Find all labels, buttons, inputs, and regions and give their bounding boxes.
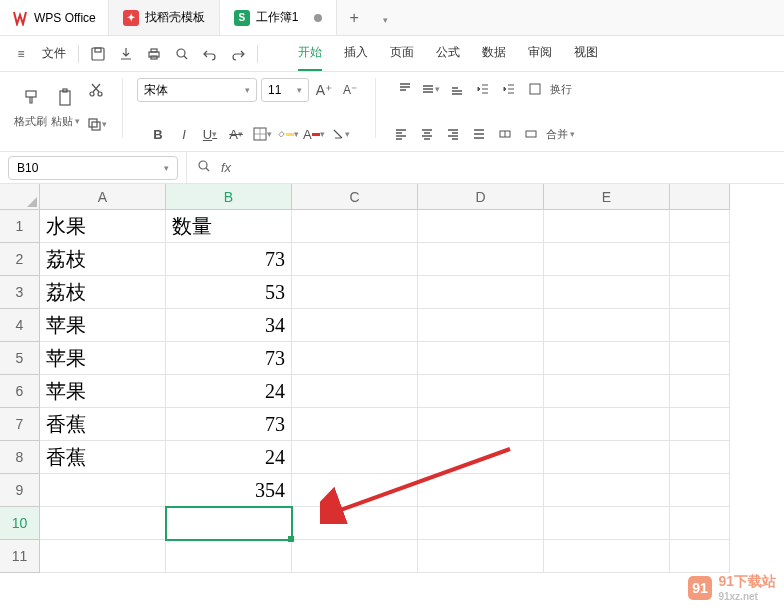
clear-format-button[interactable]: ▾	[329, 123, 351, 145]
cell-F3[interactable]	[670, 276, 730, 309]
distribute-icon[interactable]	[468, 123, 490, 145]
cell-F10[interactable]	[670, 507, 730, 540]
cell-D9[interactable]	[418, 474, 544, 507]
cell-F2[interactable]	[670, 243, 730, 276]
cell-B2[interactable]: 73	[166, 243, 292, 276]
paste-icon[interactable]	[54, 86, 78, 110]
cell-A2[interactable]: 荔枝	[40, 243, 166, 276]
cell-C2[interactable]	[292, 243, 418, 276]
cell-A3[interactable]: 荔枝	[40, 276, 166, 309]
row-header-4[interactable]: 4	[0, 309, 40, 342]
fx-label[interactable]: fx	[221, 160, 231, 175]
align-middle-icon[interactable]: ▾	[420, 78, 442, 100]
tab-home[interactable]: 开始	[298, 36, 322, 71]
cell-E6[interactable]	[544, 375, 670, 408]
cell-C8[interactable]	[292, 441, 418, 474]
cell-E10[interactable]	[544, 507, 670, 540]
align-top-icon[interactable]	[394, 78, 416, 100]
cell-A9[interactable]	[40, 474, 166, 507]
row-header-11[interactable]: 11	[0, 540, 40, 573]
increase-font-icon[interactable]: A⁺	[313, 79, 335, 101]
cell-E8[interactable]	[544, 441, 670, 474]
cell-E2[interactable]	[544, 243, 670, 276]
fill-color-button[interactable]: ▾	[277, 123, 299, 145]
cell-C4[interactable]	[292, 309, 418, 342]
row-header-8[interactable]: 8	[0, 441, 40, 474]
print-preview-icon[interactable]	[169, 41, 195, 67]
cell-F1[interactable]	[670, 210, 730, 243]
col-header-B[interactable]: B	[166, 184, 292, 210]
row-header-2[interactable]: 2	[0, 243, 40, 276]
hamburger-icon[interactable]: ≡	[8, 41, 34, 67]
cell-E11[interactable]	[544, 540, 670, 573]
cell-D7[interactable]	[418, 408, 544, 441]
format-painter-icon[interactable]	[19, 86, 43, 110]
row-header-5[interactable]: 5	[0, 342, 40, 375]
print-icon[interactable]	[141, 41, 167, 67]
merge-cells-button[interactable]	[520, 123, 542, 145]
cell-A7[interactable]: 香蕉	[40, 408, 166, 441]
cell-E3[interactable]	[544, 276, 670, 309]
new-tab-button[interactable]: +	[337, 9, 370, 27]
cell-B1[interactable]: 数量	[166, 210, 292, 243]
tab-modified-dot[interactable]	[314, 14, 322, 22]
cut-icon[interactable]	[84, 78, 108, 102]
col-header-A[interactable]: A	[40, 184, 166, 210]
cell-F6[interactable]	[670, 375, 730, 408]
cell-D11[interactable]	[418, 540, 544, 573]
copy-icon[interactable]: ▾	[84, 112, 108, 136]
paste-label[interactable]: 粘贴▾	[51, 114, 80, 129]
cell-A4[interactable]: 苹果	[40, 309, 166, 342]
cell-F7[interactable]	[670, 408, 730, 441]
cell-C3[interactable]	[292, 276, 418, 309]
col-header-C[interactable]: C	[292, 184, 418, 210]
cell-D1[interactable]	[418, 210, 544, 243]
chevron-down-icon[interactable]: ▾	[164, 163, 169, 173]
cell-F11[interactable]	[670, 540, 730, 573]
underline-button[interactable]: U▾	[199, 123, 221, 145]
name-box[interactable]: B10 ▾	[8, 156, 178, 180]
tab-insert[interactable]: 插入	[344, 36, 368, 71]
export-icon[interactable]	[113, 41, 139, 67]
cell-C10[interactable]	[292, 507, 418, 540]
row-header-3[interactable]: 3	[0, 276, 40, 309]
row-header-9[interactable]: 9	[0, 474, 40, 507]
tab-data[interactable]: 数据	[482, 36, 506, 71]
cell-C7[interactable]	[292, 408, 418, 441]
increase-indent-icon[interactable]	[498, 78, 520, 100]
expand-fx-icon[interactable]	[197, 159, 211, 176]
cell-E7[interactable]	[544, 408, 670, 441]
cell-D10[interactable]	[418, 507, 544, 540]
wrap-label[interactable]: 换行	[550, 82, 572, 97]
align-bottom-icon[interactable]	[446, 78, 468, 100]
cell-B6[interactable]: 24	[166, 375, 292, 408]
row-header-1[interactable]: 1	[0, 210, 40, 243]
font-size-select[interactable]: 11▾	[261, 78, 309, 102]
cell-A5[interactable]: 苹果	[40, 342, 166, 375]
cell-D3[interactable]	[418, 276, 544, 309]
cell-B10[interactable]	[166, 507, 292, 540]
tab-menu-button[interactable]: ▾	[371, 9, 400, 27]
cell-B8[interactable]: 24	[166, 441, 292, 474]
cell-B3[interactable]: 53	[166, 276, 292, 309]
cell-A10[interactable]	[40, 507, 166, 540]
cell-B9[interactable]: 354	[166, 474, 292, 507]
cell-D4[interactable]	[418, 309, 544, 342]
cell-A11[interactable]	[40, 540, 166, 573]
redo-icon[interactable]	[225, 41, 251, 67]
align-right-icon[interactable]	[442, 123, 464, 145]
col-header-D[interactable]: D	[418, 184, 544, 210]
row-header-6[interactable]: 6	[0, 375, 40, 408]
cell-B11[interactable]	[166, 540, 292, 573]
undo-icon[interactable]	[197, 41, 223, 67]
merge-across-icon[interactable]	[494, 123, 516, 145]
cell-B7[interactable]: 73	[166, 408, 292, 441]
cell-D2[interactable]	[418, 243, 544, 276]
tab-template[interactable]: ✦ 找稻壳模板	[109, 0, 220, 35]
cell-B4[interactable]: 34	[166, 309, 292, 342]
cell-E5[interactable]	[544, 342, 670, 375]
merge-label[interactable]: 合并▾	[546, 127, 575, 142]
tab-formula[interactable]: 公式	[436, 36, 460, 71]
tab-page[interactable]: 页面	[390, 36, 414, 71]
tab-view[interactable]: 视图	[574, 36, 598, 71]
